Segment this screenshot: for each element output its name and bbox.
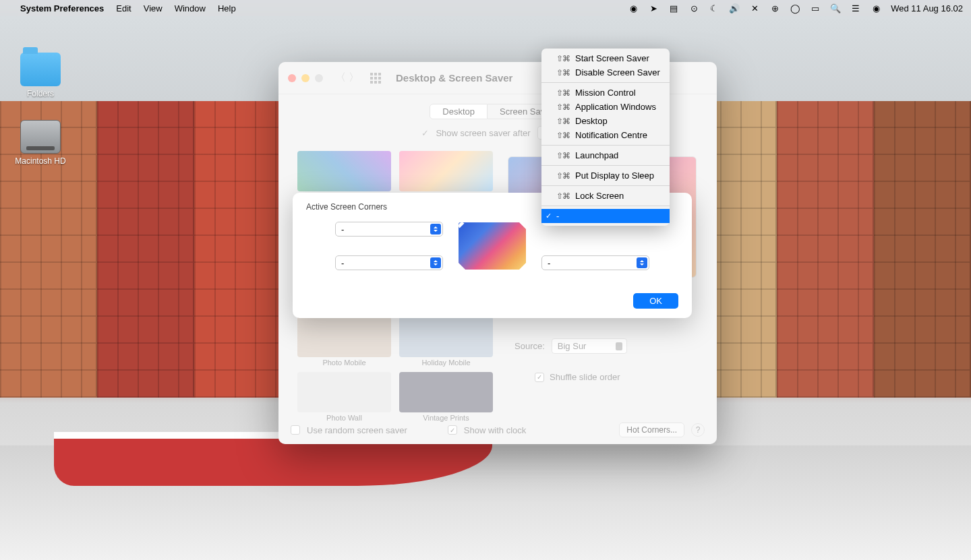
- drive-icon: [20, 120, 61, 154]
- dropdown-item-disable-screensaver[interactable]: ⇧⌘Disable Screen Saver: [541, 65, 670, 80]
- app-menu[interactable]: System Preferences: [20, 3, 104, 13]
- battery-icon[interactable]: ▭: [810, 3, 821, 13]
- menu-extra-icon[interactable]: ⊙: [688, 3, 699, 13]
- ok-button[interactable]: OK: [633, 293, 678, 309]
- chevron-updown-icon: [430, 224, 441, 235]
- wifi-icon[interactable]: ⊕: [769, 3, 780, 13]
- dropdown-item-start-screensaver[interactable]: ⇧⌘Start Screen Saver: [541, 51, 670, 65]
- do-not-disturb-icon[interactable]: ☾: [709, 3, 719, 13]
- menu-view[interactable]: View: [144, 3, 163, 13]
- menu-extra-icon[interactable]: ➤: [648, 3, 659, 13]
- control-center-icon[interactable]: ☰: [850, 3, 861, 13]
- corner-action-dropdown: ⇧⌘Start Screen Saver ⇧⌘Disable Screen Sa…: [541, 49, 670, 226]
- menu-window[interactable]: Window: [175, 3, 206, 13]
- bluetooth-icon[interactable]: ✕: [749, 3, 760, 13]
- dropdown-item-launchpad[interactable]: ⇧⌘Launchpad: [541, 148, 670, 162]
- menu-extra-icon[interactable]: ▤: [668, 3, 679, 13]
- menu-bar: System Preferences Edit View Window Help…: [0, 0, 971, 16]
- user-icon[interactable]: ◯: [790, 3, 800, 13]
- chevron-updown-icon: [637, 257, 647, 268]
- menu-edit[interactable]: Edit: [116, 3, 131, 13]
- desktop-folder[interactable]: Folders: [13, 53, 67, 98]
- dropdown-item-app-windows[interactable]: ⇧⌘Application Windows: [541, 100, 670, 114]
- menu-help[interactable]: Help: [218, 3, 236, 13]
- chevron-updown-icon: [430, 257, 441, 268]
- dropdown-item-lock-screen[interactable]: ⇧⌘Lock Screen: [541, 189, 670, 203]
- spotlight-icon[interactable]: 🔍: [830, 3, 841, 13]
- folder-icon: [20, 53, 61, 86]
- dropdown-item-mission-control[interactable]: ⇧⌘Mission Control: [541, 86, 670, 100]
- top-left-corner-select[interactable]: -: [335, 222, 443, 237]
- dropdown-item-sleep-display[interactable]: ⇧⌘Put Display to Sleep: [541, 168, 670, 183]
- menubar-clock[interactable]: Wed 11 Aug 16.02: [891, 3, 963, 13]
- volume-icon[interactable]: 🔊: [729, 3, 740, 13]
- bottom-left-corner-select[interactable]: -: [335, 255, 443, 270]
- creative-cloud-icon[interactable]: ◉: [628, 3, 639, 13]
- siri-icon[interactable]: ◉: [871, 3, 881, 13]
- dropdown-item-none[interactable]: -: [541, 209, 670, 223]
- dropdown-item-notification-centre[interactable]: ⇧⌘Notification Centre: [541, 128, 670, 142]
- bottom-right-corner-select[interactable]: -: [541, 255, 649, 270]
- dropdown-item-desktop[interactable]: ⇧⌘Desktop: [541, 114, 670, 128]
- screen-thumbnail: [459, 222, 526, 270]
- drive-label: Macintosh HD: [13, 156, 67, 166]
- folder-label: Folders: [13, 89, 67, 98]
- desktop-drive[interactable]: Macintosh HD: [13, 120, 67, 166]
